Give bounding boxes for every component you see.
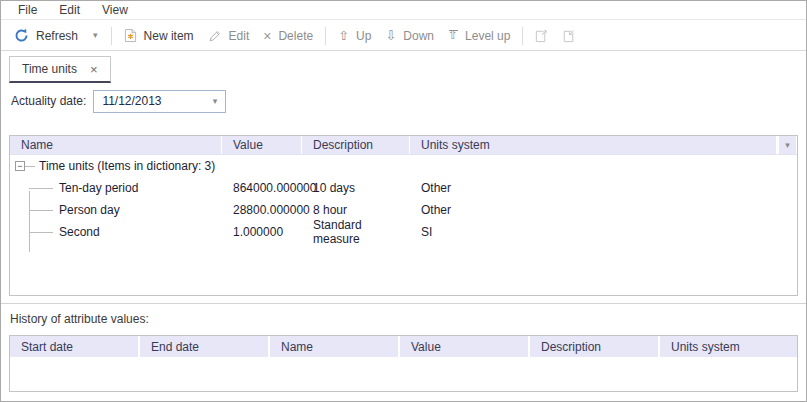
level-up-label: Level up: [465, 29, 510, 43]
toolbar-separator: [111, 27, 112, 45]
history-column-start-date[interactable]: Start date: [10, 336, 140, 357]
cell-units-system: SI: [410, 225, 797, 239]
cell-name: Person day: [10, 199, 222, 221]
export-document-icon: [534, 28, 549, 43]
refresh-label: Refresh: [36, 29, 78, 43]
tab-label: Time units: [22, 62, 77, 76]
menu-bar: File Edit View: [1, 1, 806, 20]
root-node-label: Time units (Items in dictionary: 3): [10, 159, 215, 173]
actuality-date-combobox[interactable]: 11/12/2013 ▾: [93, 90, 226, 113]
down-label: Down: [403, 29, 434, 43]
import-document-button[interactable]: [555, 24, 582, 48]
menu-view[interactable]: View: [91, 3, 139, 17]
cell-units-system: Other: [410, 203, 797, 217]
column-header-units-system[interactable]: Units system: [410, 136, 777, 154]
column-chooser-button[interactable]: ▾: [777, 136, 797, 154]
edit-pencil-icon: [208, 29, 222, 43]
cell-units-system: Other: [410, 181, 797, 195]
delete-label: Delete: [278, 29, 313, 43]
edit-button[interactable]: Edit: [201, 24, 257, 48]
cell-name: Second: [10, 221, 222, 243]
tree-collapse-icon[interactable]: −: [15, 161, 25, 171]
level-up-icon: ⇧: [448, 30, 458, 41]
cell-value: 1.000000: [222, 225, 302, 239]
cell-value: 864000.000000: [222, 181, 302, 195]
grid-root-row[interactable]: − Time units (Items in dictionary: 3): [10, 155, 797, 177]
actuality-date-value: 11/12/2013: [102, 94, 161, 108]
cell-description: 10 days: [302, 181, 410, 195]
combo-caret-icon: ▾: [213, 97, 218, 106]
new-item-icon: [124, 28, 137, 43]
grid-row[interactable]: Second 1.000000 Standard measure SI: [10, 221, 797, 243]
refresh-icon: [14, 28, 29, 43]
column-header-value[interactable]: Value: [222, 136, 302, 154]
tab-time-units[interactable]: Time units ×: [9, 56, 111, 83]
toolbar: Refresh ▾ New item: [1, 21, 806, 51]
toolbar-separator: [325, 27, 326, 45]
tab-bar: Time units ×: [9, 56, 111, 83]
toolbar-separator: [522, 27, 523, 45]
history-column-value[interactable]: Value: [400, 336, 530, 357]
cell-value: 28800.000000: [222, 203, 302, 217]
refresh-dropdown-icon[interactable]: ▾: [85, 31, 106, 40]
grid-header: Name Value Description Units system ▾: [10, 136, 797, 155]
history-column-units-system[interactable]: Units system: [660, 336, 797, 357]
up-button[interactable]: ⇧ Up: [331, 24, 378, 48]
delete-button[interactable]: × Delete: [256, 24, 320, 48]
edit-label: Edit: [229, 29, 250, 43]
chooser-caret-icon: ▾: [785, 141, 790, 150]
app-window: File Edit View Refresh ▾: [0, 0, 807, 402]
actuality-date-row: Actuality date: 11/12/2013 ▾: [11, 89, 226, 113]
history-section-label: History of attribute values:: [10, 312, 149, 326]
units-grid-panel: Name Value Description Units system ▾ − …: [9, 135, 798, 296]
down-button[interactable]: ⇩ Down: [378, 24, 441, 48]
down-arrow-icon: ⇩: [385, 29, 396, 42]
panel-splitter[interactable]: [1, 303, 806, 306]
history-grid-panel: Start date End date Name Value Descripti…: [9, 335, 798, 392]
export-document-button[interactable]: [528, 24, 555, 48]
history-column-end-date[interactable]: End date: [140, 336, 270, 357]
up-label: Up: [356, 29, 371, 43]
menu-file[interactable]: File: [7, 3, 48, 17]
cell-name: Ten-day period: [10, 177, 222, 199]
history-column-name[interactable]: Name: [270, 336, 400, 357]
up-arrow-icon: ⇧: [338, 29, 349, 42]
tree-line: [25, 166, 35, 167]
history-grid-header: Start date End date Name Value Descripti…: [10, 336, 797, 357]
units-tree: − Time units (Items in dictionary: 3) Te…: [10, 155, 797, 243]
level-up-button[interactable]: ⇧ Level up: [441, 24, 517, 48]
cell-description: 8 hour: [302, 203, 410, 217]
new-item-label: New item: [144, 29, 194, 43]
history-column-description[interactable]: Description: [530, 336, 660, 357]
tab-close-icon[interactable]: ×: [90, 63, 98, 76]
column-header-description[interactable]: Description: [302, 136, 410, 154]
delete-x-icon: ×: [263, 29, 271, 43]
cell-description: Standard measure: [302, 218, 410, 246]
grid-row[interactable]: Ten-day period 864000.000000 10 days Oth…: [10, 177, 797, 199]
refresh-button[interactable]: Refresh: [7, 24, 85, 48]
import-document-icon: [561, 28, 576, 43]
menu-edit[interactable]: Edit: [48, 3, 91, 17]
new-item-button[interactable]: New item: [117, 24, 201, 48]
column-header-name[interactable]: Name: [10, 136, 222, 154]
actuality-date-label: Actuality date:: [11, 94, 86, 108]
